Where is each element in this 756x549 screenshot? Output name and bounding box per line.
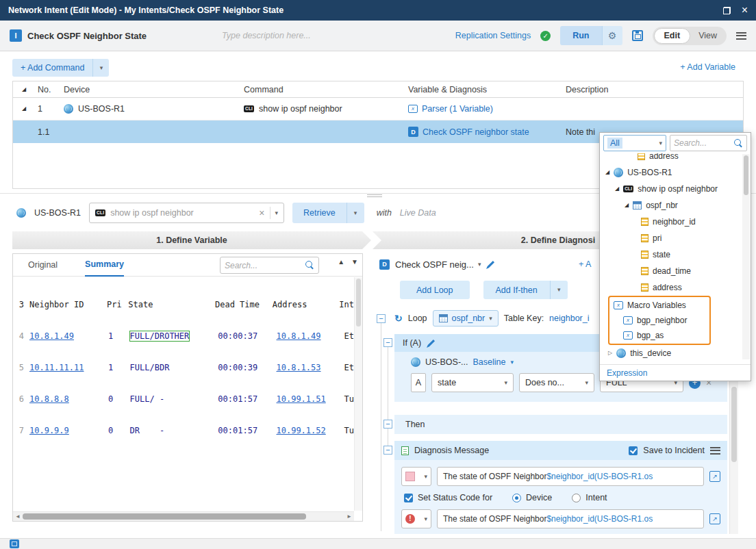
vertical-scrollbar[interactable] (354, 277, 362, 511)
divider (270, 207, 270, 219)
baseline-select[interactable]: Baseline (473, 357, 506, 367)
header-no: No. (35, 85, 64, 94)
collapse-icon[interactable] (608, 350, 612, 356)
message-color-select[interactable] (401, 467, 431, 486)
tab-summary[interactable]: Summary (85, 254, 124, 277)
chevron-down-icon (557, 287, 561, 293)
menu-icon[interactable] (736, 32, 746, 40)
expand-message-icon[interactable] (709, 513, 720, 524)
tree-item[interactable]: US-BOS-R1 (600, 164, 751, 181)
matched-state-value: FULL/DROTHER (130, 331, 190, 341)
expand-message-icon[interactable] (709, 471, 720, 482)
status-message-field[interactable]: The state of OSPF Neighbor $neighbor_id(… (437, 509, 704, 528)
collapse-if-icon[interactable] (383, 338, 392, 347)
scroll-right-icon[interactable]: ► (344, 513, 354, 520)
device-icon (16, 208, 26, 218)
add-variable-link[interactable]: + Add Variable (680, 62, 735, 72)
edit-mode-button[interactable]: Edit (654, 28, 691, 44)
tree-item[interactable]: pri (600, 230, 751, 246)
chevron-down-icon (504, 380, 507, 386)
retrieve-button[interactable]: Retrieve (292, 203, 346, 223)
diagnosis-link[interactable]: Check OSPF neighbor state (423, 127, 529, 137)
chevron-down-icon[interactable] (510, 359, 514, 366)
color-swatch-icon (405, 472, 415, 481)
edit-pencil-icon[interactable] (427, 339, 436, 348)
tree-item-macro-variables[interactable]: Macro Variables (609, 298, 709, 313)
run-settings-button[interactable] (602, 26, 622, 45)
collapse-loop-icon[interactable] (377, 314, 386, 323)
find-next-icon[interactable] (351, 258, 358, 266)
scrollbar-thumb[interactable] (23, 513, 306, 520)
tree-item[interactable]: dead_time (600, 263, 751, 279)
table-key-value[interactable]: neighbor_i (549, 314, 589, 323)
run-button[interactable]: Run (560, 26, 601, 45)
retrieve-dropdown[interactable] (346, 203, 364, 223)
search-icon[interactable] (305, 261, 314, 270)
status-device-radio[interactable] (512, 494, 521, 502)
diagnosis-message-field[interactable]: The state of OSPF Neighbor $neighbor_id(… (437, 467, 704, 486)
add-diagnosis-link[interactable]: + A (579, 259, 591, 269)
device-icon (614, 168, 623, 177)
message-menu-icon[interactable] (710, 447, 720, 455)
variable-search-input[interactable] (225, 261, 303, 270)
condition-variable-select[interactable]: state (431, 373, 514, 392)
tree-scrollbar[interactable] (742, 154, 750, 359)
tree-item-this-device[interactable]: this_device (600, 345, 751, 361)
save-icon[interactable] (632, 30, 643, 41)
scroll-left-icon[interactable]: ◄ (13, 513, 23, 520)
description-input[interactable] (222, 31, 414, 40)
add-command-split-button: + Add Command (12, 59, 109, 77)
expression-link[interactable]: Expression (607, 368, 647, 378)
tree-item[interactable]: ospf_nbr (600, 197, 751, 214)
chevron-down-icon[interactable] (275, 210, 279, 216)
tree-item[interactable]: address (600, 279, 751, 296)
tree-item[interactable]: CLI show ip ospf neighbor (600, 181, 751, 197)
add-if-then-dropdown[interactable] (550, 281, 568, 299)
diagnosis-selector[interactable]: Check OSPF neig... (395, 259, 481, 270)
expand-icon[interactable] (625, 203, 629, 208)
tree-item[interactable]: state (600, 246, 751, 263)
expand-icon[interactable] (605, 170, 609, 175)
collapse-message-icon[interactable] (383, 446, 392, 455)
replication-settings-link[interactable]: Replication Settings (455, 31, 531, 40)
tree-item-bgp-as[interactable]: bgp_as (609, 328, 709, 343)
cli-output-view[interactable]: 3Neighbor IDPriStateDead TimeAddressInt … (13, 277, 354, 511)
clear-command-icon[interactable] (259, 208, 264, 218)
loop-table-select[interactable]: ospf_nbr (433, 310, 499, 327)
save-to-incident-checkbox[interactable] (629, 446, 638, 455)
add-if-then-button[interactable]: Add If-then (483, 281, 550, 299)
table-row-command[interactable]: 1 US-BOS-R1 CLI show ip ospf neighbor Pa… (13, 98, 743, 120)
tree-item[interactable]: address (600, 153, 751, 164)
taskbar-app-icon[interactable] (10, 539, 19, 548)
parser-link[interactable]: Parser (1 Variable) (422, 104, 493, 114)
find-previous-icon[interactable] (338, 258, 344, 266)
close-window-icon[interactable] (742, 5, 748, 16)
output-line: 3Neighbor IDPriStateDead TimeAddressInt (13, 298, 354, 311)
status-intent-radio[interactable] (572, 494, 581, 502)
restore-window-icon[interactable] (723, 7, 731, 14)
command-input[interactable]: CLI show ip ospf neighbor (89, 203, 284, 223)
collapse-then-icon[interactable] (383, 420, 392, 429)
view-mode-button[interactable]: View (690, 31, 725, 40)
expand-icon[interactable] (615, 186, 619, 192)
tree-search-input[interactable] (674, 138, 732, 148)
edit-pencil-icon[interactable] (486, 260, 495, 269)
status-severity-select[interactable] (401, 509, 431, 528)
tree-item-bgp-neighbor[interactable]: bgp_neighbor (609, 313, 709, 328)
add-command-dropdown[interactable] (92, 59, 109, 77)
search-icon[interactable] (734, 139, 743, 148)
command-text: show ip ospf neighbor (259, 104, 342, 114)
collapse-all-icon[interactable] (22, 87, 26, 92)
collapse-row-icon[interactable] (22, 106, 26, 112)
if-label: If (A) (403, 338, 421, 348)
condition-operator-select[interactable]: Does no... (519, 373, 594, 392)
tree-item[interactable]: neighbor_id (600, 214, 751, 230)
set-status-code-checkbox[interactable] (404, 494, 413, 502)
header-command: Command (244, 85, 408, 94)
horizontal-scrollbar[interactable]: ◄ ► (13, 511, 354, 521)
add-command-button[interactable]: + Add Command (12, 59, 92, 77)
tree-filter-select[interactable]: All (603, 135, 666, 151)
add-loop-button[interactable]: Add Loop (400, 281, 470, 299)
variable-tree: address US-BOS-R1 CLI show ip ospf neigh… (600, 153, 751, 364)
tab-original[interactable]: Original (28, 254, 58, 277)
